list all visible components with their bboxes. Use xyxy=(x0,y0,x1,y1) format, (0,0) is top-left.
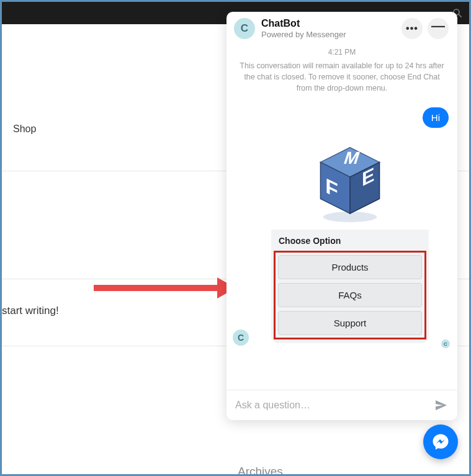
card-label: Choose Option xyxy=(271,230,429,251)
options-card: M F E Choose Option Products FAQs Suppor… xyxy=(271,137,429,343)
user-message: Hi xyxy=(235,107,449,128)
shop-link[interactable]: Shop xyxy=(13,123,36,135)
option-support[interactable]: Support xyxy=(278,311,422,335)
chat-title-block: ChatBot Powered by Messenger xyxy=(261,18,395,39)
card-image: M F E xyxy=(271,137,429,230)
chat-body: 4:21 PM This conversation will remain av… xyxy=(227,45,457,390)
cube-logo-icon: M F E xyxy=(307,140,393,227)
options-highlight-box: Products FAQs Support xyxy=(274,251,426,339)
chat-subtitle: Powered by Messenger xyxy=(261,30,395,39)
chat-input[interactable] xyxy=(235,400,428,411)
chat-input-row xyxy=(227,390,457,420)
send-icon xyxy=(434,398,449,413)
send-button[interactable] xyxy=(434,398,449,413)
bot-avatar-small: C xyxy=(233,330,249,346)
minimize-icon: — xyxy=(431,18,445,34)
messenger-launcher-button[interactable] xyxy=(423,424,458,459)
chat-header: C ChatBot Powered by Messenger ••• — xyxy=(227,12,457,45)
option-faqs[interactable]: FAQs xyxy=(278,283,422,307)
avatar: C xyxy=(234,18,255,39)
chat-widget: C ChatBot Powered by Messenger ••• — 4:2… xyxy=(227,12,457,420)
user-message-bubble: Hi xyxy=(423,107,449,128)
timestamp: 4:21 PM xyxy=(235,48,449,56)
annotation-arrow xyxy=(94,277,236,299)
minimize-button[interactable]: — xyxy=(428,18,449,39)
chat-title: ChatBot xyxy=(261,18,395,29)
svg-line-1 xyxy=(459,14,462,17)
bot-card-block: C C M F E Choose Option Product xyxy=(235,137,449,343)
disclaimer-text: This conversation will remain available … xyxy=(235,60,449,94)
arrow-shaft xyxy=(94,285,220,291)
more-options-button[interactable]: ••• xyxy=(401,18,423,39)
chat-header-actions: ••• — xyxy=(401,18,449,39)
seen-indicator-avatar: C xyxy=(441,339,450,348)
more-icon: ••• xyxy=(406,23,418,34)
option-products[interactable]: Products xyxy=(278,255,422,279)
archives-heading: Archives xyxy=(238,465,283,476)
start-writing-text: start writing! xyxy=(2,305,59,317)
messenger-icon xyxy=(431,433,450,451)
